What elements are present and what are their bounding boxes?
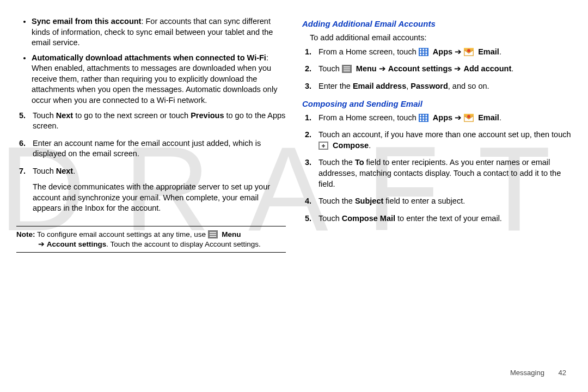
note-block: Note: To configure email account setting…	[16, 226, 286, 253]
step-7-paragraph: The device communicates with the appropr…	[33, 182, 270, 212]
intro-text: To add additional email accounts:	[310, 33, 572, 44]
svg-rect-2	[210, 234, 216, 235]
sec1-step-3: 3. Enter the Email address, Password, an…	[318, 81, 572, 92]
bullet-lead: Automatically download attachments when …	[32, 53, 266, 62]
svg-rect-7	[425, 48, 427, 50]
svg-rect-31	[425, 119, 427, 121]
sec2-step-3: 3. Touch the To field to enter recipient…	[318, 157, 572, 189]
sec2-steps: 1. From a Home screen, touch Apps ➔ Emai…	[302, 113, 572, 224]
footer-section: Messaging	[510, 369, 544, 377]
sec2-step-5: 5. Touch Compose Mail to enter the text …	[318, 213, 572, 224]
compose-icon	[318, 142, 328, 150]
svg-point-17	[467, 49, 470, 52]
svg-rect-13	[425, 53, 427, 55]
bullet-lead: Sync email from this account	[32, 17, 141, 26]
svg-rect-10	[425, 51, 427, 53]
right-column: Adding Additional Email Accounts To add …	[302, 16, 572, 348]
bullet-sync-email: Sync email from this account: For accoun…	[32, 16, 286, 48]
svg-rect-5	[420, 48, 421, 50]
svg-rect-6	[422, 48, 424, 50]
email-icon	[464, 48, 474, 56]
numbered-steps-left: 5. Touch Next to go to the next screen o…	[16, 111, 286, 215]
left-column: Sync email from this account: For accoun…	[16, 16, 286, 348]
sec2-step-1: 1. From a Home screen, touch Apps ➔ Emai…	[318, 113, 572, 124]
step-7: 7. Touch Next. The device communicates w…	[33, 166, 286, 214]
apps-icon	[419, 48, 428, 56]
sec1-step-2: 2. Touch Menu ➔ Account settings ➔ Add a…	[318, 64, 572, 75]
step-6: 6. Enter an account name for the email a…	[33, 138, 286, 160]
sec1-step-1: 1. From a Home screen, touch Apps ➔ Emai…	[318, 47, 572, 58]
svg-rect-21	[344, 71, 350, 72]
svg-rect-24	[422, 114, 424, 116]
svg-rect-9	[422, 51, 424, 53]
svg-rect-28	[425, 117, 427, 119]
svg-rect-20	[344, 69, 350, 70]
svg-rect-30	[422, 119, 424, 121]
svg-rect-39	[322, 145, 325, 146]
svg-rect-3	[210, 236, 216, 237]
svg-rect-1	[210, 232, 216, 233]
apps-icon	[419, 114, 428, 122]
svg-point-35	[467, 115, 470, 118]
heading-adding-accounts: Adding Additional Email Accounts	[302, 19, 572, 29]
svg-rect-26	[420, 117, 421, 119]
svg-rect-29	[420, 119, 421, 121]
menu-icon	[208, 230, 218, 238]
step-5: 5. Touch Next to go to the next screen o…	[33, 111, 286, 132]
menu-icon	[342, 65, 352, 73]
footer-page-number: 42	[559, 369, 566, 377]
page-footer: Messaging 42	[510, 369, 566, 377]
svg-rect-8	[420, 51, 421, 53]
sec2-step-4: 4. Touch the Subject field to enter a su…	[318, 196, 572, 207]
email-icon	[464, 114, 474, 122]
heading-composing: Composing and Sending Email	[302, 99, 572, 109]
bullet-list: Sync email from this account: For accoun…	[16, 16, 286, 106]
sec2-step-2: 2. Touch an account, if you have more th…	[318, 130, 572, 151]
bullet-auto-download: Automatically download attachments when …	[32, 53, 286, 106]
svg-rect-27	[422, 117, 424, 119]
svg-rect-23	[420, 114, 421, 116]
svg-rect-25	[425, 114, 427, 116]
page-body: Sync email from this account: For accoun…	[0, 0, 588, 348]
svg-rect-12	[422, 53, 424, 55]
sec1-steps: 1. From a Home screen, touch Apps ➔ Emai…	[302, 47, 572, 92]
svg-rect-11	[420, 53, 421, 55]
svg-rect-19	[344, 66, 350, 68]
